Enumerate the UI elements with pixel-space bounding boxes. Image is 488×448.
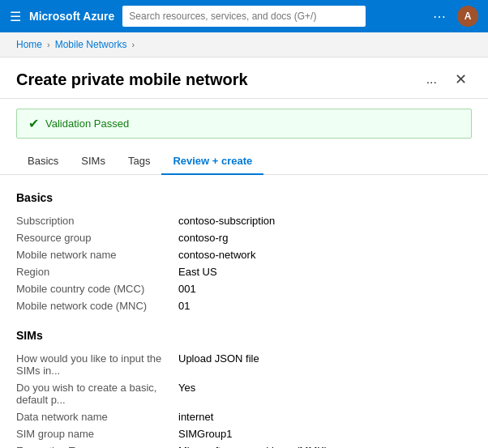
value-create-profile: Yes: [178, 379, 472, 408]
breadcrumb-sep-1: ›: [47, 40, 50, 49]
table-row: Mobile network code (MNC) 01: [16, 297, 472, 314]
table-row: Encryption Type Microsoft-managed keys (…: [16, 442, 472, 448]
content-area: Basics Subscription contoso-subscription…: [0, 175, 488, 448]
avatar[interactable]: A: [457, 6, 478, 27]
value-subscription: contoso-subscription: [178, 212, 472, 229]
table-row: How would you like to input the SIMs in.…: [16, 350, 472, 379]
page-title: Create private mobile network: [16, 70, 422, 89]
tabs: Basics SIMs Tags Review + create: [0, 148, 488, 175]
label-sims-input: How would you like to input the SIMs in.…: [16, 350, 178, 379]
topbar-right: ⋯ A: [433, 6, 478, 27]
value-region: East US: [178, 263, 472, 280]
table-row: Region East US: [16, 263, 472, 280]
label-mnc: Mobile network code (MNC): [16, 297, 178, 314]
breadcrumb: Home › Mobile Networks ›: [0, 32, 488, 58]
basics-section-title: Basics: [16, 191, 472, 204]
breadcrumb-sep-2: ›: [131, 40, 135, 49]
topbar: ☰ Microsoft Azure ⋯ A: [0, 0, 488, 32]
label-subscription: Subscription: [16, 212, 178, 229]
value-mnc[interactable]: 01: [178, 297, 472, 314]
table-row: Subscription contoso-subscription: [16, 212, 472, 229]
table-row: SIM group name SIMGroup1: [16, 425, 472, 442]
topbar-more-icon[interactable]: ⋯: [433, 9, 447, 24]
breadcrumb-home[interactable]: Home: [16, 39, 42, 50]
label-resource-group: Resource group: [16, 229, 178, 246]
validation-text: Validation Passed: [45, 117, 129, 130]
search-input[interactable]: [122, 6, 366, 27]
tab-basics[interactable]: Basics: [16, 148, 70, 175]
page-header: Create private mobile network ... ✕: [0, 58, 488, 99]
sims-table: How would you like to input the SIMs in.…: [16, 350, 472, 448]
value-mcc: 001: [178, 280, 472, 297]
label-sim-group: SIM group name: [16, 425, 178, 442]
table-row: Mobile country code (MCC) 001: [16, 280, 472, 297]
table-row: Data network name internet: [16, 408, 472, 425]
label-region: Region: [16, 263, 178, 280]
sims-section-title: SIMs: [16, 329, 472, 342]
hamburger-icon[interactable]: ☰: [10, 9, 21, 24]
validation-banner: ✔ Validation Passed: [16, 109, 472, 139]
label-create-profile: Do you wish to create a basic, default p…: [16, 379, 178, 408]
tab-sims[interactable]: SIMs: [70, 148, 117, 175]
table-row: Mobile network name contoso-network: [16, 246, 472, 263]
value-data-network: internet: [178, 408, 472, 425]
value-network-name: contoso-network: [178, 246, 472, 263]
value-sims-input: Upload JSON file: [178, 350, 472, 379]
value-sim-group: SIMGroup1: [178, 425, 472, 442]
table-row: Do you wish to create a basic, default p…: [16, 379, 472, 408]
app-logo: Microsoft Azure: [29, 10, 114, 23]
label-data-network: Data network name: [16, 408, 178, 425]
tab-review-create[interactable]: Review + create: [161, 148, 263, 175]
page: Create private mobile network ... ✕ ✔ Va…: [0, 58, 488, 448]
page-header-actions: ... ✕: [422, 69, 472, 90]
page-close-button[interactable]: ✕: [450, 69, 472, 90]
label-encryption: Encryption Type: [16, 442, 178, 448]
page-more-button[interactable]: ...: [422, 70, 442, 88]
value-encryption: Microsoft-managed keys (MMK): [178, 442, 472, 448]
breadcrumb-mobile-networks[interactable]: Mobile Networks: [55, 39, 127, 50]
basics-table: Subscription contoso-subscription Resour…: [16, 212, 472, 314]
validation-icon: ✔: [28, 116, 39, 131]
value-resource-group[interactable]: contoso-rg: [178, 229, 472, 246]
table-row: Resource group contoso-rg: [16, 229, 472, 246]
label-mcc: Mobile country code (MCC): [16, 280, 178, 297]
label-network-name: Mobile network name: [16, 246, 178, 263]
tab-tags[interactable]: Tags: [117, 148, 161, 175]
